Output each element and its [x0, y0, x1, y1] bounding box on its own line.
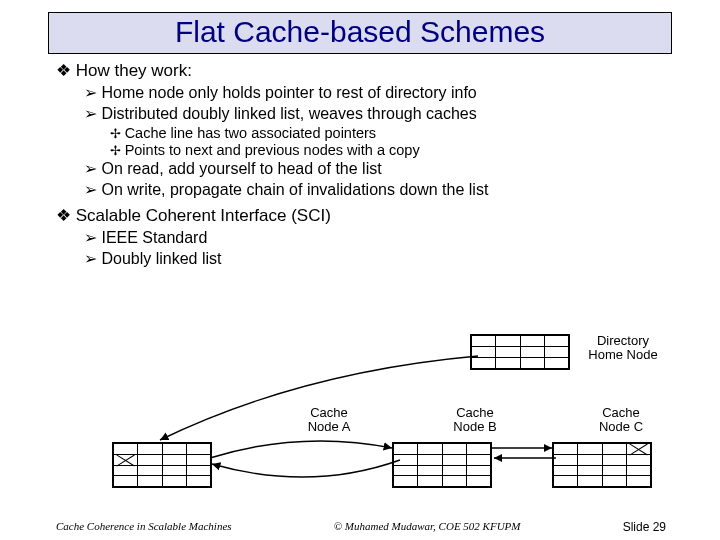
cache-b-label: Cache Node B [440, 406, 510, 435]
footer-center: © Muhamed Mudawar, COE 502 KFUPM [334, 520, 521, 534]
cache-c-label: Cache Node C [586, 406, 656, 435]
home-node-label: Directory Home Node [578, 334, 668, 363]
diagram: Directory Home Node Cache Node A Cache N… [0, 342, 720, 502]
bullet-l1: How they work: [56, 60, 664, 81]
home-node-block [470, 334, 570, 370]
slide-title-bar: Flat Cache-based Schemes [48, 12, 672, 54]
bullet-l3: Cache line has two associated pointers [110, 125, 664, 141]
bullet-l1: Scalable Coherent Interface (SCI) [56, 205, 664, 226]
bullet-l2: Home node only holds pointer to rest of … [84, 83, 664, 102]
cache-c-block [552, 442, 652, 488]
cache-b-block [392, 442, 492, 488]
bullet-l2: Distributed doubly linked list, weaves t… [84, 104, 664, 123]
footer-right: Slide 29 [623, 520, 666, 534]
cache-a-label: Cache Node A [294, 406, 364, 435]
slide-title: Flat Cache-based Schemes [49, 15, 671, 49]
slide-footer: Cache Coherence in Scalable Machines © M… [0, 520, 720, 534]
footer-left: Cache Coherence in Scalable Machines [56, 520, 232, 534]
bullet-l2: Doubly linked list [84, 249, 664, 268]
cache-a-block [112, 442, 212, 488]
bullet-l2: On write, propagate chain of invalidatio… [84, 180, 664, 199]
bullet-l2: On read, add yourself to head of the lis… [84, 159, 664, 178]
bullet-l2: IEEE Standard [84, 228, 664, 247]
bullet-l3: Points to next and previous nodes with a… [110, 142, 664, 158]
slide-body: How they work: Home node only holds poin… [0, 60, 720, 268]
